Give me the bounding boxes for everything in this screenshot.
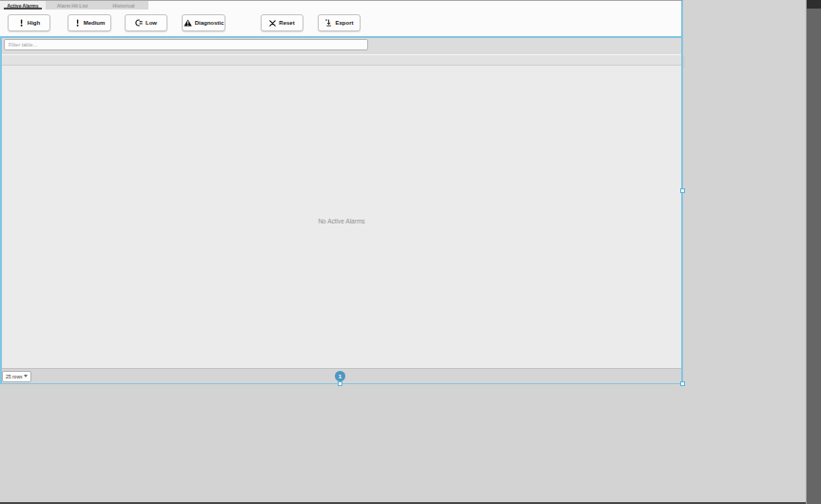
- empty-table-message: No Active Alarms: [0, 218, 683, 224]
- alarm-tabs: Active Alarms Alarm Hit List Historical: [0, 1, 683, 10]
- designer-canvas: Active Alarms Alarm Hit List Historical …: [0, 0, 821, 504]
- pagination-page-button[interactable]: 1: [335, 371, 345, 381]
- table-filter-bar: [0, 36, 683, 54]
- button-label: High: [28, 20, 40, 26]
- alarm-status-table[interactable]: Active Alarms Alarm Hit List Historical …: [0, 0, 683, 383]
- table-header-row: [0, 54, 683, 66]
- tab-label: Alarm Hit List: [57, 3, 88, 9]
- alarm-toolbar: High Medium Low: [0, 10, 683, 36]
- tab-historical[interactable]: Historical: [99, 1, 148, 10]
- high-priority-filter-button[interactable]: High: [8, 14, 50, 31]
- selection-handle-bottom-middle[interactable]: [338, 381, 342, 386]
- button-label: Reset: [279, 20, 294, 26]
- tab-label: Active Alarms: [7, 3, 38, 9]
- selection-border-top: [0, 36, 683, 38]
- rows-per-page-select[interactable]: 25 rows: [2, 371, 31, 382]
- selection-handle-bottom-right[interactable]: [680, 381, 685, 386]
- rows-per-page-value: 25 rows: [6, 374, 23, 379]
- filter-table-input[interactable]: [4, 39, 368, 50]
- canvas-vertical-scrollbar[interactable]: [806, 0, 821, 504]
- tab-alarm-hit-list[interactable]: Alarm Hit List: [46, 1, 99, 10]
- button-label: Export: [335, 20, 353, 26]
- low-priority-filter-button[interactable]: Low: [125, 14, 167, 31]
- exclamation-icon: [74, 19, 81, 27]
- button-label: Low: [146, 20, 157, 26]
- low-priority-icon: [135, 19, 143, 27]
- selection-handle-right-middle[interactable]: [680, 188, 685, 193]
- button-label: Medium: [84, 20, 106, 26]
- medium-priority-filter-button[interactable]: Medium: [68, 14, 111, 31]
- scrollbar-thumb[interactable]: [807, 0, 821, 9]
- warning-triangle-icon: [184, 19, 192, 27]
- caret-down-icon: [24, 375, 28, 378]
- table-body: No Active Alarms: [0, 66, 683, 368]
- x-icon: [269, 20, 276, 27]
- tab-label: Historical: [113, 3, 135, 9]
- button-label: Diagnostic: [195, 20, 225, 26]
- selection-border-right: [681, 1, 683, 384]
- export-arrow-icon: [324, 19, 332, 27]
- exclamation-icon: [18, 19, 25, 27]
- tab-active-alarms[interactable]: Active Alarms: [0, 1, 46, 10]
- reset-button[interactable]: Reset: [261, 14, 303, 31]
- export-button[interactable]: Export: [318, 14, 361, 31]
- diagnostic-filter-button[interactable]: Diagnostic: [182, 14, 225, 31]
- selection-border-left: [0, 36, 2, 384]
